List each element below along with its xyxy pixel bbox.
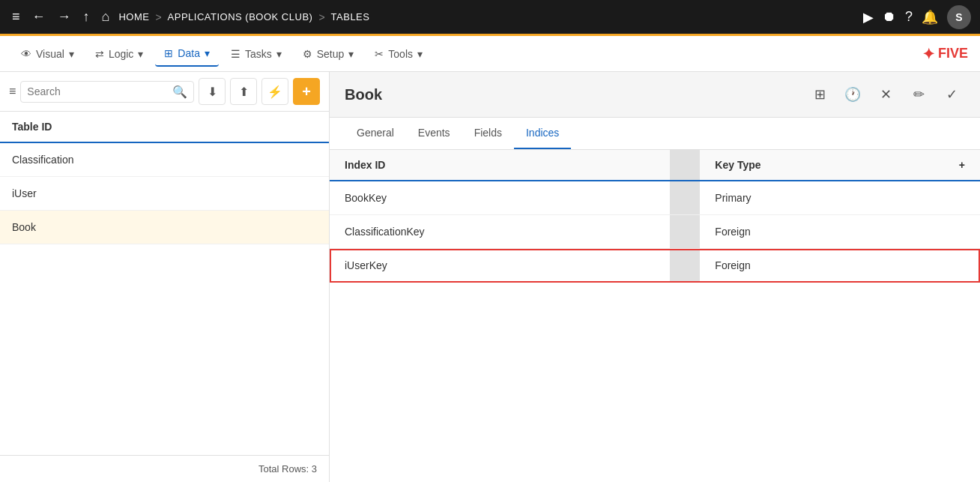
tabs-bar: General Events Fields Indices	[330, 118, 980, 150]
row-divider-2	[670, 249, 700, 283]
play-icon[interactable]: ▶	[863, 9, 874, 25]
lightning-btn[interactable]: ⚡	[261, 78, 288, 105]
visual-label: Visual	[36, 48, 64, 60]
setup-icon: ⚙	[303, 48, 312, 60]
nav-item-logic[interactable]: ⇄ Logic ▾	[86, 42, 152, 66]
key-type-cell: Primary	[700, 181, 935, 215]
index-id-cell: ClassificationKey	[330, 215, 670, 249]
menu-icon[interactable]: ≡	[9, 6, 23, 28]
col-divider	[670, 150, 700, 181]
tasks-label: Tasks	[245, 48, 272, 60]
tools-dropdown-icon: ▾	[417, 48, 423, 60]
data-dropdown-icon: ▾	[205, 47, 210, 59]
nav-item-data[interactable]: ⊞ Data ▾	[155, 41, 219, 67]
table-row[interactable]: ClassificationKey Foreign	[330, 215, 980, 249]
tab-fields[interactable]: Fields	[462, 118, 514, 149]
col-index-id: Index ID	[330, 150, 670, 181]
sidebar-column-header: Table ID	[0, 112, 329, 143]
row-divider-0	[670, 181, 700, 215]
row-action-0	[935, 181, 980, 215]
logic-label: Logic	[109, 48, 133, 60]
tasks-dropdown-icon: ▾	[276, 48, 282, 60]
record-icon[interactable]: ⏺	[883, 9, 896, 25]
confirm-btn[interactable]: ✓	[938, 81, 965, 108]
sidebar-list: Classification iUser Book	[0, 143, 329, 455]
page-title: Book	[345, 86, 382, 103]
index-id-cell-selected: iUserKey	[330, 249, 670, 283]
row-action-1	[935, 215, 980, 249]
nav-item-setup[interactable]: ⚙ Setup ▾	[294, 42, 363, 66]
content-area: Book ⊞ 🕐 ✕ ✏ ✓ General Events Fields Ind…	[330, 72, 980, 482]
list-item-iuser[interactable]: iUser	[0, 177, 329, 211]
history-btn[interactable]: 🕐	[839, 81, 866, 108]
tab-indices[interactable]: Indices	[514, 118, 571, 149]
table-row[interactable]: BookKey Primary	[330, 181, 980, 215]
download-btn[interactable]: ⬇	[199, 78, 226, 105]
nav-item-tools[interactable]: ✂ Tools ▾	[366, 42, 432, 66]
index-id-cell: BookKey	[330, 181, 670, 215]
app-label: APPLICATIONS (BOOK CLUB)	[168, 11, 313, 22]
nav-item-tasks[interactable]: ☰ Tasks ▾	[222, 42, 291, 66]
sidebar: ≡ 🔍 ⬇ ⬆ ⚡ + Table ID Classification iUse…	[0, 72, 330, 482]
tools-icon: ✂	[375, 48, 384, 60]
key-type-cell-selected: Foreign	[700, 249, 935, 283]
five-logo-text: FIVE	[938, 46, 968, 61]
eye-icon: 👁	[21, 48, 31, 60]
close-btn[interactable]: ✕	[872, 81, 899, 108]
main-area: ≡ 🔍 ⬇ ⬆ ⚡ + Table ID Classification iUse…	[0, 72, 980, 482]
logic-dropdown-icon: ▾	[138, 48, 143, 60]
tasks-icon: ☰	[231, 48, 241, 60]
tables-label: TABLES	[331, 11, 370, 22]
top-nav-right: ▶ ⏺ ? 🔔 S	[863, 5, 971, 29]
breadcrumb-sep1: >	[155, 11, 161, 23]
home-label: HOME	[118, 11, 149, 22]
home-icon[interactable]: ⌂	[99, 6, 113, 28]
tools-label: Tools	[388, 48, 413, 60]
add-column-btn[interactable]: +	[935, 150, 980, 181]
col-key-type: Key Type	[700, 150, 935, 181]
five-logo-icon: ✦	[922, 45, 935, 63]
help-icon[interactable]: ?	[905, 9, 913, 25]
nav-item-visual[interactable]: 👁 Visual ▾	[12, 42, 83, 66]
up-icon[interactable]: ↑	[80, 6, 93, 28]
data-label: Data	[178, 47, 200, 59]
edit-btn[interactable]: ✏	[905, 81, 932, 108]
breadcrumb-sep2: >	[318, 11, 324, 23]
data-icon: ⊞	[164, 47, 173, 59]
upload-btn[interactable]: ⬆	[230, 78, 257, 105]
second-nav: 👁 Visual ▾ ⇄ Logic ▾ ⊞ Data ▾ ☰ Tasks ▾ …	[0, 36, 980, 72]
content-header: Book ⊞ 🕐 ✕ ✏ ✓	[330, 72, 980, 118]
avatar[interactable]: S	[947, 5, 971, 29]
logic-icon: ⇄	[95, 48, 104, 60]
table-row-selected[interactable]: iUserKey Foreign	[330, 249, 980, 283]
search-icon: 🔍	[172, 85, 187, 99]
sidebar-footer: Total Rows: 3	[0, 455, 329, 482]
search-input[interactable]	[27, 85, 168, 97]
list-item-classification[interactable]: Classification	[0, 143, 329, 177]
row-divider-1	[670, 215, 700, 249]
back-icon[interactable]: ←	[29, 6, 49, 28]
forward-icon[interactable]: →	[55, 6, 74, 28]
tab-events[interactable]: Events	[406, 118, 462, 149]
filter-icon[interactable]: ≡	[9, 85, 16, 98]
top-nav: ≡ ← → ↑ ⌂ HOME > APPLICATIONS (BOOK CLUB…	[0, 0, 980, 36]
list-item-book[interactable]: Book	[0, 211, 329, 244]
header-actions: ⊞ 🕐 ✕ ✏ ✓	[806, 81, 965, 108]
indices-table: Index ID Key Type + BookKey Primary Cla	[330, 150, 980, 283]
bell-icon[interactable]: 🔔	[922, 9, 938, 25]
table-container: Index ID Key Type + BookKey Primary Cla	[330, 150, 980, 482]
grid-view-btn[interactable]: ⊞	[806, 81, 833, 108]
search-container: 🔍	[20, 81, 194, 103]
tab-general[interactable]: General	[345, 118, 406, 149]
top-nav-left: ≡ ← → ↑ ⌂ HOME > APPLICATIONS (BOOK CLUB…	[9, 6, 857, 28]
key-type-cell: Foreign	[700, 215, 935, 249]
five-logo: ✦ FIVE	[922, 45, 968, 63]
sidebar-toolbar: ≡ 🔍 ⬇ ⬆ ⚡ +	[0, 72, 329, 112]
visual-dropdown-icon: ▾	[69, 48, 74, 60]
setup-dropdown-icon: ▾	[348, 48, 354, 60]
row-action-2	[935, 249, 980, 283]
setup-label: Setup	[317, 48, 345, 60]
add-btn[interactable]: +	[293, 78, 320, 105]
